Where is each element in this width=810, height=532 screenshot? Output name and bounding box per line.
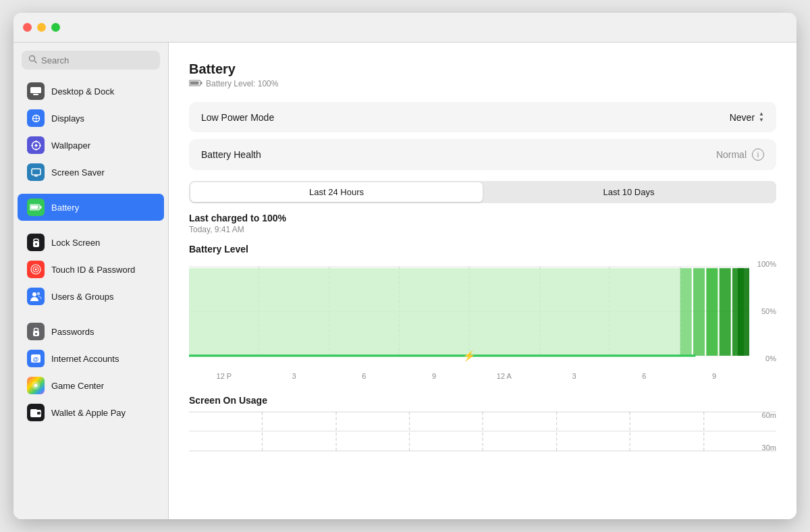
passwords-icon <box>27 323 45 340</box>
close-button[interactable] <box>23 23 32 32</box>
sidebar-item-passwords[interactable]: Passwords <box>18 318 164 345</box>
sidebar-label-internet: Internet Accounts <box>51 354 119 364</box>
page-title: Battery <box>189 61 776 77</box>
sidebar-item-users[interactable]: Users & Groups <box>18 283 164 310</box>
svg-rect-14 <box>34 176 38 177</box>
sidebar-label-displays: Displays <box>51 113 84 124</box>
svg-rect-49 <box>680 268 692 356</box>
svg-point-22 <box>35 269 37 271</box>
sidebar-item-wallet[interactable]: Wallet & Apple Pay <box>18 399 164 426</box>
stepper-down[interactable]: ▼ <box>759 117 764 123</box>
screen-y-label-60: 60m <box>749 411 776 419</box>
svg-text:⚡: ⚡ <box>462 350 476 362</box>
sidebar-item-touchid[interactable]: Touch ID & Password <box>18 256 164 283</box>
main-panel: Battery Battery Level: 100% Low Power Mo… <box>169 43 796 519</box>
battery-icon <box>27 198 45 216</box>
svg-rect-36 <box>190 82 199 85</box>
health-status: Normal <box>716 149 747 160</box>
svg-rect-17 <box>31 206 38 209</box>
screen-y-label-30: 30m <box>749 444 776 452</box>
svg-rect-35 <box>201 82 202 84</box>
screen-chart-wrapper: 60m 30m <box>189 411 776 452</box>
sidebar-item-internet[interactable]: @ Internet Accounts <box>18 345 164 372</box>
page-subtitle: Battery Level: 100% <box>189 79 776 88</box>
sidebar-label-touchid: Touch ID & Password <box>51 265 135 275</box>
sidebar-label-users: Users & Groups <box>51 292 113 302</box>
screen-usage-title: Screen On Usage <box>189 395 776 406</box>
battery-health-label: Battery Health <box>201 149 261 160</box>
internet-icon: @ <box>27 350 45 367</box>
y-label-0: 0% <box>749 354 776 363</box>
svg-rect-33 <box>37 412 40 415</box>
svg-point-0 <box>30 56 35 61</box>
chart-x-labels: 12 P 3 6 9 12 A 3 6 9 <box>189 363 749 381</box>
svg-rect-52 <box>720 268 731 356</box>
tab-10d[interactable]: Last 10 Days <box>483 182 775 202</box>
battery-chart-wrapper: ⚡ 100% 50% 0% 12 P 3 6 9 12 A 3 <box>189 260 776 381</box>
x-label-7: 9 <box>679 372 749 380</box>
sidebar-label-lockscreen: Lock Screen <box>51 238 100 248</box>
svg-point-30 <box>34 384 38 388</box>
wallet-icon <box>27 404 45 421</box>
svg-line-1 <box>34 61 36 63</box>
svg-rect-54 <box>738 268 749 356</box>
x-label-2: 6 <box>329 372 400 380</box>
x-label-1: 3 <box>259 372 329 380</box>
x-label-5: 3 <box>539 372 610 380</box>
main-window: Desktop & Dock Displays <box>14 13 796 519</box>
svg-rect-32 <box>30 409 37 411</box>
sidebar-item-screensaver[interactable]: Screen Saver <box>18 159 164 186</box>
low-power-mode-row: Low Power Mode Never ▲ ▼ <box>189 102 776 132</box>
stepper-up[interactable]: ▲ <box>759 111 764 117</box>
search-input[interactable] <box>41 55 153 65</box>
search-icon <box>28 55 37 65</box>
x-label-0: 12 P <box>189 372 259 380</box>
battery-health-row: Battery Health Normal i <box>189 139 776 170</box>
svg-rect-3 <box>33 94 38 95</box>
sidebar-item-gamecenter[interactable]: Game Center <box>18 372 164 399</box>
y-label-100: 100% <box>749 260 776 268</box>
info-button[interactable]: i <box>752 149 764 161</box>
traffic-lights <box>23 23 60 32</box>
sidebar-label-wallpaper: Wallpaper <box>51 140 90 151</box>
svg-rect-50 <box>693 268 705 356</box>
sidebar: Desktop & Dock Displays <box>14 43 169 519</box>
battery-level-chart-section: Battery Level <box>189 244 776 381</box>
svg-point-24 <box>37 292 40 295</box>
charge-time: Today, 9:41 AM <box>189 225 776 234</box>
sidebar-item-displays[interactable]: Displays <box>18 105 164 132</box>
maximize-button[interactable] <box>51 23 60 32</box>
wallpaper-icon <box>27 136 45 154</box>
battery-level-title: Battery Level <box>189 244 776 255</box>
low-power-label: Low Power Mode <box>201 112 274 123</box>
sidebar-label-passwords: Passwords <box>51 327 94 337</box>
svg-point-26 <box>35 333 37 335</box>
svg-rect-16 <box>40 206 42 209</box>
minimize-button[interactable] <box>37 23 46 32</box>
desktop-dock-icon <box>27 82 45 100</box>
sidebar-item-battery[interactable]: Battery <box>18 194 164 221</box>
screensaver-icon <box>27 163 45 181</box>
search-bar[interactable] <box>22 51 160 70</box>
sidebar-label-gamecenter: Game Center <box>51 381 104 391</box>
low-power-stepper[interactable]: ▲ ▼ <box>759 111 764 123</box>
sidebar-item-desktop-dock[interactable]: Desktop & Dock <box>18 78 164 105</box>
charge-info: Last charged to 100% Today, 9:41 AM <box>189 213 776 234</box>
svg-rect-13 <box>32 169 40 175</box>
sidebar-item-lockscreen[interactable]: Lock Screen <box>18 229 164 256</box>
sidebar-label-desktop-dock: Desktop & Dock <box>51 86 114 97</box>
svg-text:@: @ <box>33 356 39 363</box>
low-power-value[interactable]: Never ▲ ▼ <box>730 111 764 123</box>
battery-health-right: Normal i <box>716 149 764 161</box>
battery-level-text: Battery Level: 100% <box>206 79 278 88</box>
sidebar-label-screensaver: Screen Saver <box>51 167 105 178</box>
users-icon <box>27 288 45 305</box>
svg-rect-48 <box>189 268 680 356</box>
displays-icon <box>27 109 45 127</box>
x-label-3: 9 <box>399 372 469 380</box>
sidebar-item-wallpaper[interactable]: Wallpaper <box>18 132 164 159</box>
svg-point-8 <box>34 144 37 147</box>
svg-point-19 <box>35 243 37 245</box>
tab-24h[interactable]: Last 24 Hours <box>190 182 483 202</box>
charge-label: Last charged to 100% <box>189 213 776 223</box>
